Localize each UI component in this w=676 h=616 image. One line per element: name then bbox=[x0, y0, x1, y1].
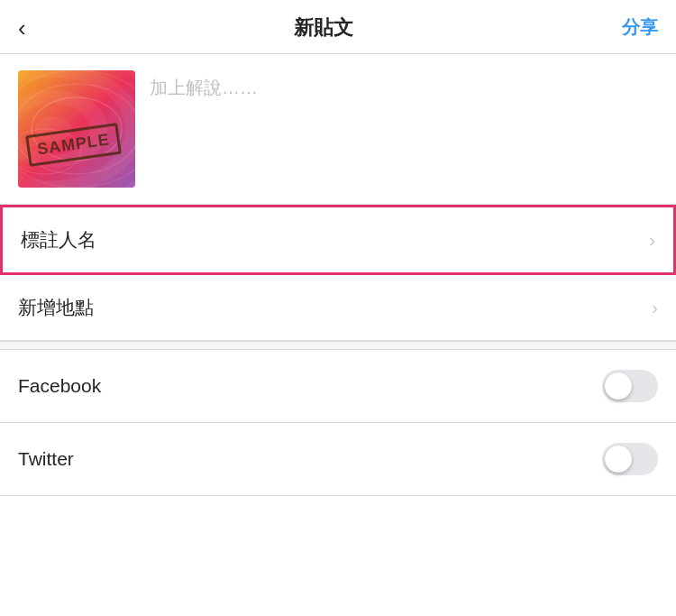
twitter-row: Twitter bbox=[0, 423, 676, 496]
caption-placeholder[interactable]: 加上解說…… bbox=[150, 70, 658, 101]
twitter-label: Twitter bbox=[18, 448, 74, 470]
tag-people-row[interactable]: 標註人名 › bbox=[0, 205, 676, 275]
header: ‹ 新貼文 分享 bbox=[0, 0, 676, 54]
facebook-label: Facebook bbox=[18, 375, 101, 397]
section-divider bbox=[0, 341, 676, 350]
chevron-right-icon: › bbox=[652, 298, 658, 318]
toggle-knob bbox=[605, 446, 632, 473]
twitter-toggle[interactable] bbox=[602, 443, 658, 475]
post-section: SAMPLE 加上解說…… bbox=[0, 54, 676, 205]
back-button[interactable]: ‹ bbox=[18, 16, 26, 40]
page-title: 新貼文 bbox=[294, 14, 354, 41]
tag-people-label: 標註人名 bbox=[21, 227, 96, 253]
facebook-toggle[interactable] bbox=[602, 370, 658, 402]
chevron-right-icon: › bbox=[649, 230, 655, 251]
toggle-knob bbox=[605, 372, 632, 400]
share-button[interactable]: 分享 bbox=[622, 15, 658, 40]
add-location-label: 新增地點 bbox=[18, 295, 94, 320]
add-location-row[interactable]: 新增地點 › bbox=[0, 275, 676, 341]
post-image: SAMPLE bbox=[18, 70, 135, 188]
facebook-row: Facebook bbox=[0, 350, 676, 423]
